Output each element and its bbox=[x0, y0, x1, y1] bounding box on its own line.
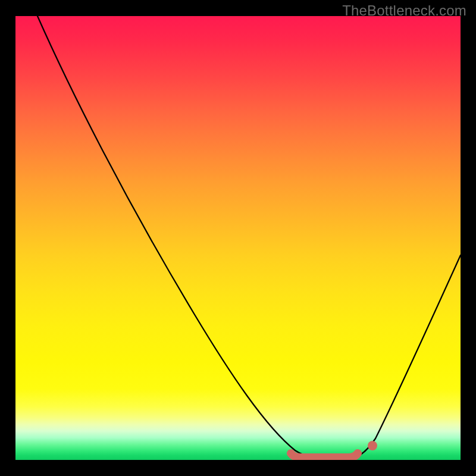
chart-frame: TheBottleneck.com bbox=[0, 0, 476, 476]
watermark-text: TheBottleneck.com bbox=[342, 2, 466, 19]
plot-background-gradient bbox=[15, 16, 461, 460]
